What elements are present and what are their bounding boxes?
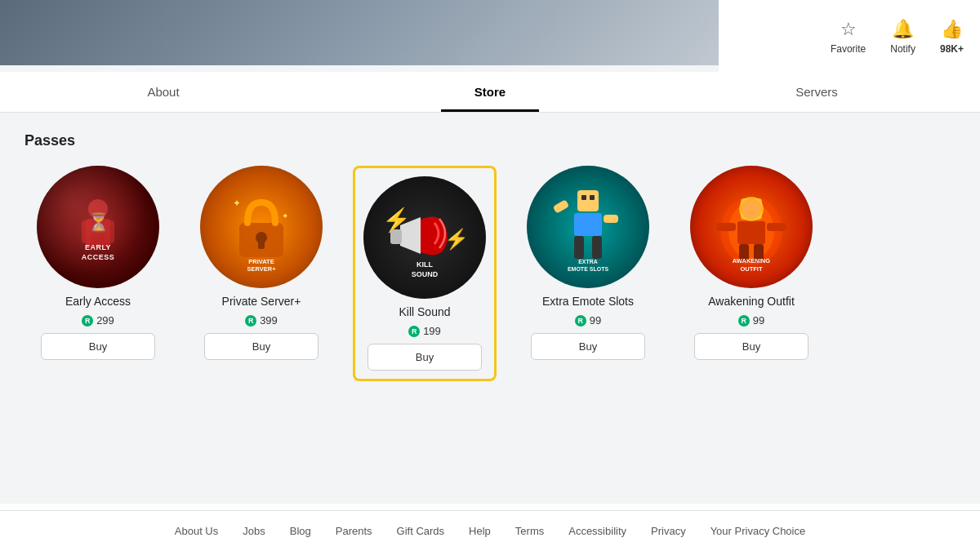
svg-rect-32 — [737, 221, 765, 244]
svg-text:OUTFIT: OUTFIT — [740, 265, 762, 272]
buy-button-private-server[interactable]: Buy — [204, 333, 318, 360]
pass-name-private-server: Private Server+ — [222, 295, 301, 308]
svg-text:✦: ✦ — [233, 198, 241, 209]
svg-rect-20 — [581, 195, 586, 200]
favorite-button[interactable]: ☆ Favorite — [831, 19, 866, 55]
pass-price-extra-emote: R 99 — [575, 314, 601, 327]
svg-point-0 — [88, 199, 108, 219]
pass-item-private-server: ✦ ✦ PRIVATE SERVER+ Private Server+ R 39… — [188, 166, 335, 360]
svg-text:✦: ✦ — [282, 211, 288, 220]
svg-text:⚡: ⚡ — [444, 227, 469, 251]
svg-text:AWAKENING: AWAKENING — [733, 257, 770, 264]
svg-text:EMOTE SLOTS: EMOTE SLOTS — [568, 266, 609, 272]
pass-price-value-extra-emote: 99 — [590, 314, 601, 327]
highlight-box-kill-sound: ⚡ ⚡ KILL — [353, 166, 497, 381]
footer-link-terms[interactable]: Terms — [515, 525, 544, 537]
footer-link-about-us[interactable]: About Us — [175, 525, 218, 537]
svg-text:EARLY: EARLY — [85, 243, 111, 251]
main-content: About Store Servers Passes — [0, 72, 980, 510]
pass-price-value-private-server: 399 — [260, 314, 278, 327]
passes-section: Passes ⏳ — [0, 113, 980, 504]
pass-price-private-server: R 399 — [245, 314, 278, 327]
pass-price-value-early-access: 299 — [96, 314, 114, 327]
top-actions-bar: ☆ Favorite 🔔 Notify 👍 98K+ — [719, 0, 980, 73]
pass-name-kill-sound: Kill Sound — [399, 305, 450, 318]
robux-icon-private-server: R — [245, 315, 256, 327]
svg-text:ACCESS: ACCESS — [82, 253, 115, 261]
favorite-label: Favorite — [831, 43, 866, 55]
pass-price-value-kill-sound: 199 — [423, 325, 441, 337]
footer-link-jobs[interactable]: Jobs — [243, 525, 265, 537]
pass-image-private-server: ✦ ✦ PRIVATE SERVER+ — [200, 166, 323, 288]
private-server-graphic: ✦ ✦ PRIVATE SERVER+ — [216, 182, 306, 272]
svg-rect-34 — [767, 223, 786, 231]
svg-rect-33 — [716, 223, 736, 231]
svg-rect-22 — [574, 213, 602, 236]
robux-icon-extra-emote: R — [575, 315, 586, 327]
svg-text:SERVER+: SERVER+ — [247, 265, 276, 272]
svg-text:KILL: KILL — [416, 260, 433, 269]
notify-label: Notify — [890, 43, 915, 55]
svg-rect-1 — [86, 219, 110, 247]
pass-image-kill-sound: ⚡ ⚡ KILL — [363, 176, 486, 299]
tab-about[interactable]: About — [0, 72, 327, 112]
buy-button-extra-emote[interactable]: Buy — [531, 333, 645, 360]
extra-emote-graphic: EXTRA EMOTE SLOTS — [543, 182, 633, 272]
pass-price-awakening: R 99 — [738, 314, 764, 327]
kill-sound-graphic: ⚡ ⚡ KILL — [376, 189, 474, 287]
svg-rect-21 — [590, 195, 595, 200]
pass-item-early-access: ⏳ EARLY ACCESS Early Access R 299 Buy — [24, 166, 172, 360]
svg-text:SOUND: SOUND — [412, 270, 439, 278]
pass-price-kill-sound: R 199 — [408, 325, 441, 337]
footer-link-help[interactable]: Help — [469, 525, 491, 537]
pass-name-awakening: Awakening Outfit — [708, 295, 795, 308]
pass-image-awakening: AWAKENING OUTFIT — [690, 166, 813, 288]
svg-rect-31 — [741, 198, 762, 220]
buy-button-awakening[interactable]: Buy — [694, 333, 808, 360]
pass-image-early-access: ⏳ EARLY ACCESS — [37, 166, 159, 288]
pass-price-value-awakening: 99 — [753, 314, 764, 327]
svg-rect-23 — [553, 199, 570, 214]
robux-icon-early-access: R — [82, 315, 93, 327]
passes-title: Passes — [24, 132, 956, 149]
svg-rect-16 — [390, 229, 402, 244]
footer-link-privacy[interactable]: Privacy — [651, 525, 686, 537]
svg-rect-24 — [604, 215, 618, 223]
awakening-graphic: AWAKENING OUTFIT — [706, 182, 796, 272]
footer-link-gift-cards[interactable]: Gift Cards — [397, 525, 445, 537]
pass-item-kill-sound: ⚡ ⚡ KILL — [351, 166, 498, 381]
star-icon: ☆ — [840, 19, 857, 40]
pass-name-extra-emote: Extra Emote Slots — [542, 295, 634, 308]
tab-store[interactable]: Store — [327, 72, 653, 112]
early-access-graphic: ⏳ EARLY ACCESS — [57, 186, 139, 268]
svg-text:PRIVATE: PRIVATE — [248, 258, 274, 265]
notify-button[interactable]: 🔔 Notify — [890, 19, 915, 55]
robux-icon-awakening: R — [738, 315, 750, 327]
game-banner — [0, 0, 719, 65]
svg-text:⏳: ⏳ — [87, 211, 110, 233]
buy-button-early-access[interactable]: Buy — [41, 333, 155, 360]
footer-link-parents[interactable]: Parents — [336, 525, 372, 537]
footer: About Us Jobs Blog Parents Gift Cards He… — [0, 510, 980, 551]
pass-item-awakening: AWAKENING OUTFIT Awakening Outfit R 99 B… — [678, 166, 825, 360]
thumbsup-icon: 👍 — [941, 19, 963, 40]
tab-bar: About Store Servers — [0, 72, 980, 113]
footer-link-accessibility[interactable]: Accessibility — [568, 525, 626, 537]
robux-count: 98K+ — [940, 43, 964, 55]
bell-icon: 🔔 — [892, 19, 914, 40]
buy-button-kill-sound[interactable]: Buy — [368, 344, 482, 371]
pass-item-extra-emote: EXTRA EMOTE SLOTS Extra Emote Slots R 99… — [514, 166, 662, 360]
svg-rect-25 — [574, 236, 584, 259]
robux-display: 👍 98K+ — [940, 19, 964, 55]
pass-price-early-access: R 299 — [82, 314, 114, 327]
footer-link-your-privacy-choice[interactable]: Your Privacy Choice — [710, 525, 806, 537]
passes-grid: ⏳ EARLY ACCESS Early Access R 299 Buy — [24, 166, 956, 381]
pass-name-early-access: Early Access — [65, 295, 131, 308]
footer-link-blog[interactable]: Blog — [290, 525, 311, 537]
pass-image-extra-emote: EXTRA EMOTE SLOTS — [527, 166, 649, 288]
robux-icon-kill-sound: R — [408, 326, 420, 337]
svg-rect-9 — [258, 239, 265, 249]
svg-text:EXTRA: EXTRA — [578, 259, 598, 264]
svg-rect-3 — [105, 220, 114, 243]
tab-servers[interactable]: Servers — [653, 72, 980, 112]
